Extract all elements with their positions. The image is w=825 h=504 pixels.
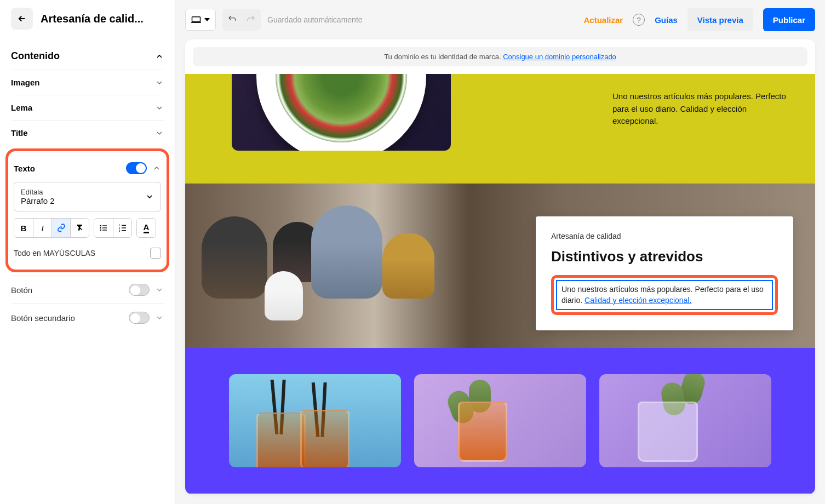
content-card[interactable]: Artesanía de calidad Distintivos y atrev…: [536, 216, 793, 330]
chevron-up-icon: [155, 52, 164, 61]
sidebar: Artesanía de calid... Contenido Imagen L…: [0, 0, 175, 504]
publicar-button[interactable]: Publicar: [763, 8, 815, 31]
section-title[interactable]: Title: [11, 121, 164, 145]
main-area: Guardado automáticamente Actualizar ? Gu…: [175, 0, 825, 504]
svg-rect-11: [122, 230, 126, 231]
caret-down-icon: [204, 18, 210, 21]
preview-section-purple[interactable]: [185, 348, 815, 494]
guias-link[interactable]: Guías: [655, 15, 678, 25]
section-label: Contenido: [11, 50, 60, 62]
banner-text: Tu dominio es tu identidad de marca.: [384, 53, 503, 61]
drink-image-1: [229, 374, 401, 467]
bold-button[interactable]: B: [14, 219, 33, 237]
section-lema[interactable]: Lema: [11, 95, 164, 120]
chevron-down-icon: [155, 285, 164, 294]
section-label: Texto: [14, 164, 35, 173]
undo-icon: [227, 14, 238, 23]
section-label: Imagen: [11, 78, 40, 87]
help-icon[interactable]: ?: [633, 14, 645, 26]
section-label: Botón: [11, 285, 32, 295]
bold-icon: B: [21, 224, 27, 233]
svg-rect-13: [191, 22, 201, 24]
paragraph-style-select[interactable]: Edítala Párrafo 2: [14, 182, 161, 211]
card-title[interactable]: Distintivos y atrevidos: [551, 248, 778, 265]
back-button[interactable]: [11, 8, 33, 30]
save-status: Guardado automáticamente: [267, 15, 363, 24]
canvas: Tu dominio es tu identidad de marca. Con…: [185, 39, 815, 494]
section-boton[interactable]: Botón: [11, 276, 164, 303]
drink-image-2: [414, 374, 586, 467]
actualizar-link[interactable]: Actualizar: [583, 15, 623, 25]
ordered-list-icon: 123: [118, 224, 127, 232]
undo-redo-group: [222, 9, 261, 31]
drink-image-3: [599, 374, 771, 467]
section-label: Lema: [11, 103, 32, 112]
svg-point-1: [100, 227, 101, 229]
text-color-icon: A: [144, 222, 150, 233]
svg-rect-3: [102, 225, 107, 226]
chevron-down-icon: [145, 192, 154, 201]
clear-format-icon: [76, 224, 84, 232]
preview-section-yellow[interactable]: Uno nuestros artículos más populares. Pe…: [185, 74, 815, 184]
svg-rect-10: [122, 227, 126, 228]
domain-banner: Tu dominio es tu identidad de marca. Con…: [193, 47, 807, 66]
preview-scroll[interactable]: Uno nuestros artículos más populares. Pe…: [185, 74, 815, 494]
card-subtitle[interactable]: Artesanía de calidad: [551, 232, 778, 240]
arrow-left-icon: [17, 14, 27, 24]
salad-image: [232, 74, 451, 151]
italic-button[interactable]: I: [33, 219, 51, 237]
link-button[interactable]: [51, 219, 70, 237]
card-text-linked: Calidad y elección excepcional.: [585, 296, 691, 305]
sidebar-title: Artesanía de calid...: [41, 13, 144, 25]
ordered-list-button[interactable]: 123: [113, 219, 131, 237]
chevron-down-icon: [155, 104, 164, 112]
undo-button[interactable]: [227, 14, 238, 25]
svg-rect-12: [192, 17, 200, 22]
redo-button[interactable]: [245, 14, 256, 25]
preview-section-family[interactable]: Artesanía de calidad Distintivos y atrev…: [185, 184, 815, 348]
texto-section-highlight: Texto Edítala Párrafo 2 B I: [5, 148, 169, 272]
vista-previa-button[interactable]: Vista previa: [688, 8, 753, 31]
svg-rect-9: [122, 225, 126, 226]
text-color-button[interactable]: A: [137, 219, 156, 237]
clear-format-button[interactable]: [70, 219, 89, 237]
italic-icon: I: [41, 224, 43, 233]
bullet-list-icon: [99, 224, 108, 232]
texto-toggle[interactable]: [126, 162, 147, 174]
boton-toggle[interactable]: [129, 284, 150, 296]
section-label: Botón secundario: [11, 313, 75, 323]
top-toolbar: Guardado automáticamente Actualizar ? Gu…: [175, 0, 825, 39]
section-label: Title: [11, 128, 28, 138]
svg-point-0: [100, 225, 101, 227]
style-value: Párrafo 2: [21, 196, 55, 205]
boton-secundario-toggle[interactable]: [129, 312, 150, 324]
device-selector[interactable]: [185, 9, 216, 31]
style-label: Edítala: [21, 188, 55, 196]
bullet-list-button[interactable]: [94, 219, 113, 237]
uppercase-label: Todo en MAYÚSCULAS: [14, 249, 95, 257]
desktop-icon: [191, 16, 201, 24]
link-icon: [57, 224, 66, 232]
uppercase-option[interactable]: Todo en MAYÚSCULAS: [14, 244, 161, 262]
yellow-section-text[interactable]: Uno nuestros artículos más populares. Pe…: [612, 90, 793, 128]
sidebar-header: Artesanía de calid...: [11, 8, 164, 30]
chevron-down-icon: [155, 78, 164, 87]
section-boton-secundario[interactable]: Botón secundario: [11, 304, 164, 331]
text-format-toolbar: B I 123 A: [14, 218, 161, 238]
section-content[interactable]: Contenido: [11, 43, 164, 70]
section-imagen[interactable]: Imagen: [11, 70, 164, 95]
chevron-down-icon: [155, 313, 164, 322]
redo-icon: [245, 14, 256, 23]
chevron-down-icon: [155, 129, 164, 138]
svg-rect-5: [102, 230, 107, 230]
section-texto[interactable]: Texto: [14, 158, 161, 182]
card-text-highlight: Uno nuestros artículos más populares. Pe…: [551, 275, 778, 315]
svg-text:3: 3: [118, 230, 120, 232]
card-text-editable[interactable]: Uno nuestros artículos más populares. Pe…: [556, 280, 773, 310]
chevron-up-icon: [152, 164, 161, 173]
svg-rect-4: [102, 227, 107, 228]
banner-link[interactable]: Consigue un dominio personalizado: [503, 53, 616, 61]
svg-point-2: [100, 230, 101, 231]
uppercase-checkbox[interactable]: [150, 248, 161, 259]
